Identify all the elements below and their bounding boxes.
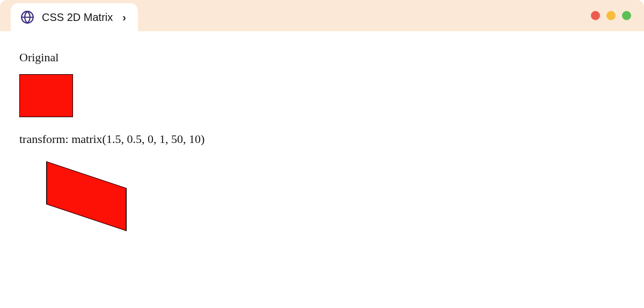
transformed-box (46, 161, 127, 231)
browser-tab[interactable]: CSS 2D Matrix › (11, 3, 138, 31)
transform-label: transform: matrix(1.5, 0.5, 0, 1, 50, 10… (19, 132, 625, 146)
globe-icon (20, 10, 34, 24)
original-box (19, 74, 73, 117)
window-minimize[interactable] (606, 11, 616, 20)
browser-tabbar: CSS 2D Matrix › (0, 0, 644, 31)
transformed-box-wrap (19, 156, 625, 231)
window-maximize[interactable] (622, 11, 631, 20)
window-close[interactable] (591, 11, 600, 20)
page-content: Original transform: matrix(1.5, 0.5, 0, … (0, 31, 644, 261)
tab-title: CSS 2D Matrix (42, 11, 113, 24)
original-label: Original (19, 51, 625, 65)
window-controls (591, 11, 631, 20)
chevron-right-icon: › (122, 11, 126, 24)
original-box-wrap (19, 74, 625, 117)
